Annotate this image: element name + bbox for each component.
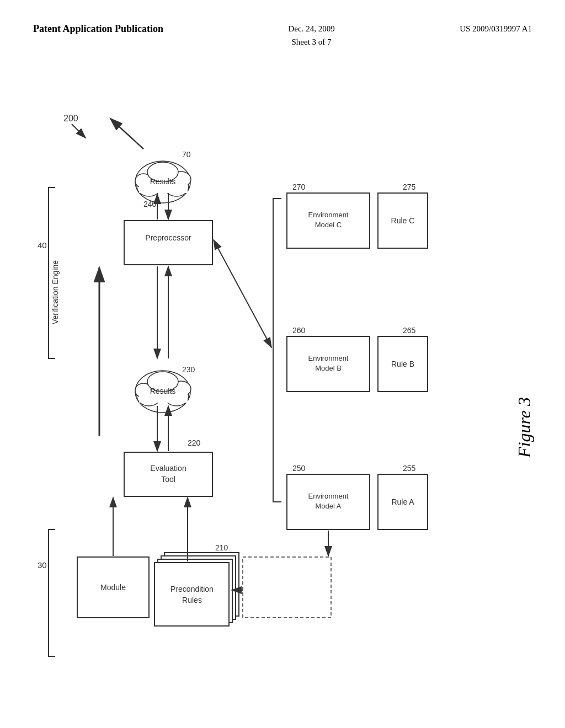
preprocessor-box bbox=[124, 221, 212, 265]
svg-text:Results: Results bbox=[150, 387, 176, 395]
evaluation-tool-box bbox=[124, 452, 212, 496]
svg-text:Model A: Model A bbox=[316, 502, 342, 510]
diagram-svg: 200 40 Verification Engine 30 Preprocess… bbox=[0, 77, 565, 728]
svg-text:Tool: Tool bbox=[161, 475, 175, 484]
label-265: 265 bbox=[403, 326, 416, 335]
svg-text:Environment: Environment bbox=[308, 492, 349, 500]
label-70: 70 bbox=[182, 150, 191, 159]
publication-number: US 2009/0319997 A1 bbox=[460, 22, 532, 35]
env-bracket bbox=[273, 199, 281, 502]
svg-text:Environment: Environment bbox=[308, 354, 349, 362]
label-275: 275 bbox=[403, 183, 416, 191]
svg-text:Rule C: Rule C bbox=[391, 216, 415, 225]
label-270: 270 bbox=[292, 183, 306, 191]
page-header: Patent Application Publication Dec. 24, … bbox=[0, 22, 565, 49]
svg-text:Model C: Model C bbox=[315, 221, 342, 229]
label-260: 260 bbox=[292, 326, 306, 335]
svg-text:Rule B: Rule B bbox=[391, 360, 414, 368]
svg-text:Rules: Rules bbox=[182, 596, 202, 604]
label-200: 200 bbox=[63, 114, 78, 123]
svg-line-31 bbox=[110, 119, 143, 149]
svg-text:Rule A: Rule A bbox=[391, 497, 414, 506]
label-230: 230 bbox=[182, 365, 195, 374]
label-210: 210 bbox=[215, 543, 228, 552]
label-250: 250 bbox=[292, 464, 306, 473]
label-220: 220 bbox=[188, 438, 201, 447]
precondition-rules-box bbox=[154, 563, 229, 626]
publication-title: Patent Application Publication bbox=[33, 22, 163, 36]
svg-text:Module: Module bbox=[100, 583, 126, 592]
label-40: 40 bbox=[38, 240, 47, 250]
svg-text:Model B: Model B bbox=[315, 364, 342, 372]
figure-label: Figure 3 bbox=[514, 397, 535, 458]
results-top-cloud: Results bbox=[135, 161, 191, 203]
verification-engine-label: Verification Engine bbox=[51, 260, 60, 324]
svg-line-0 bbox=[72, 124, 86, 138]
results-mid-cloud: Results bbox=[135, 371, 191, 413]
svg-text:Preprocessor: Preprocessor bbox=[145, 233, 191, 242]
svg-text:Evaluation: Evaluation bbox=[150, 464, 186, 473]
dotted-box bbox=[243, 557, 331, 618]
svg-text:Results: Results bbox=[150, 177, 176, 186]
publication-date: Dec. 24, 2009 Sheet 3 of 7 bbox=[289, 22, 335, 49]
label-255: 255 bbox=[403, 464, 416, 473]
svg-text:Precondition: Precondition bbox=[170, 585, 214, 593]
label-30: 30 bbox=[38, 560, 47, 570]
svg-text:Environment: Environment bbox=[308, 211, 349, 219]
svg-line-42 bbox=[214, 240, 271, 347]
